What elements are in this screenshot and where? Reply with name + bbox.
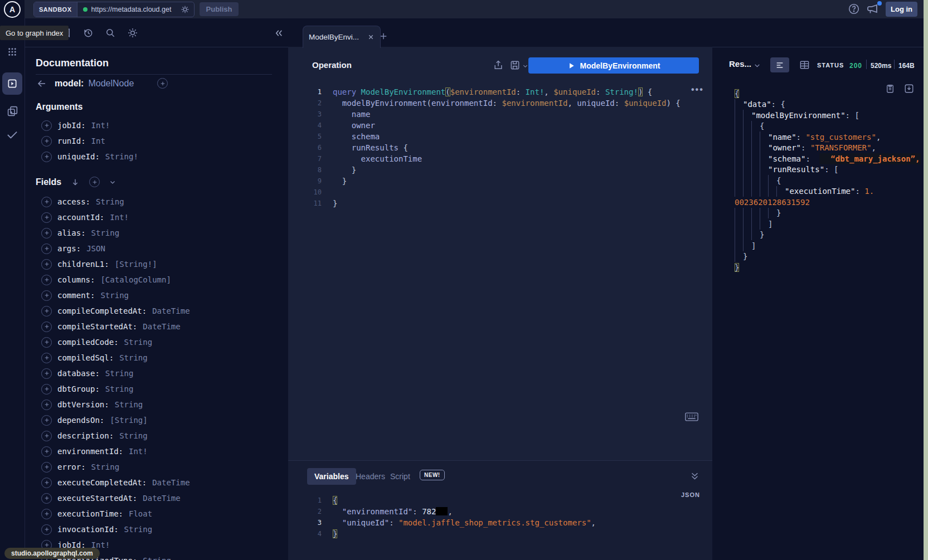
keyboard-shortcuts-icon[interactable] [685,412,698,421]
add-field-icon[interactable] [41,228,52,238]
add-field-icon[interactable] [41,197,52,207]
field-type[interactable]: Int! [91,121,110,130]
collapse-variables-icon[interactable] [690,471,699,481]
save-options-chevron-icon[interactable] [522,63,528,69]
explorer-settings-gear-icon[interactable] [127,27,138,38]
add-field-icon[interactable] [41,431,52,441]
tab-variables[interactable]: Variables [307,468,356,485]
publish-button[interactable]: Publish [200,2,239,16]
field-type[interactable]: Int! [110,213,129,222]
model-type-link[interactable]: ModelNode [88,79,134,89]
tab-headers[interactable]: Headers [356,472,385,481]
field-type[interactable]: String [115,400,143,409]
add-field-icon[interactable] [41,290,52,301]
response-view-raw-toggle[interactable] [770,57,789,72]
field-type[interactable]: String [100,291,129,300]
add-field-icon[interactable] [41,306,52,316]
add-field-icon[interactable] [41,120,52,131]
field-type[interactable]: String [105,369,134,378]
add-field-icon[interactable] [41,275,52,285]
code-content: executionTime [333,153,422,164]
save-operation-icon[interactable] [509,60,521,71]
field-type[interactable]: [String!] [115,260,157,269]
field-row: args:JSON [41,241,281,256]
search-icon[interactable] [105,27,116,38]
field-type[interactable]: [CatalogColumn] [100,275,171,284]
sort-fields-icon[interactable] [71,178,80,187]
field-type[interactable]: String [119,431,148,440]
field-type[interactable]: DateTime [143,494,180,503]
variables-code-editor[interactable]: 1{2 "environmentId": 782,3 "uniqueId": "… [288,495,701,539]
field-type[interactable]: Int! [129,447,148,456]
add-field-icon[interactable] [41,259,52,270]
field-type[interactable]: Int [91,137,105,145]
login-button[interactable]: Log in [886,2,917,17]
response-view-table-toggle[interactable] [799,60,810,70]
share-operation-icon[interactable] [493,60,504,71]
history-icon[interactable] [82,27,94,38]
add-field-icon[interactable] [41,244,52,254]
field-type[interactable]: DateTime [152,478,190,487]
add-field-icon[interactable] [41,384,52,395]
code-content: } [333,176,347,187]
add-field-icon[interactable] [41,353,52,363]
add-field-icon[interactable] [41,212,52,223]
add-field-icon[interactable] [41,136,52,147]
field-type[interactable]: String [124,525,153,534]
code-token: , [876,133,881,142]
sidebar-item-schema[interactable] [7,105,18,117]
add-field-icon[interactable] [41,509,52,519]
field-type[interactable]: String [91,228,120,237]
line-number: 6 [288,142,333,153]
endpoint-url-box[interactable]: SANDBOX https://metadata.cloud.get [33,2,195,17]
field-type[interactable]: String [124,338,153,347]
field-type[interactable]: String! [105,152,138,161]
add-all-fields-icon[interactable] [89,177,100,187]
sidebar-item-explorer[interactable] [2,72,22,95]
add-field-icon[interactable] [41,446,52,457]
add-field-icon[interactable] [41,368,52,379]
indent-guide [743,110,751,121]
close-tab-icon[interactable] [367,33,375,41]
add-field-icon[interactable] [41,337,52,348]
endpoint-url-input[interactable]: https://metadata.cloud.get [91,6,179,13]
operation-code-editor[interactable]: 1query ModelByEnvironment($environmentId… [288,86,701,209]
indent-guide [751,175,760,186]
page-scrollbar[interactable] [924,0,928,560]
response-json-viewer[interactable]: {"data": {"modelByEnvironment": [{"name"… [735,88,921,273]
help-icon[interactable] [848,3,860,15]
back-arrow-icon[interactable] [37,79,47,89]
add-field-icon[interactable] [41,400,52,410]
collapse-doc-panel-icon[interactable] [274,28,284,38]
add-field-icon[interactable] [41,478,52,488]
sidebar-item-checklist[interactable] [6,130,18,140]
tab-script[interactable]: Script [390,472,410,481]
field-type[interactable]: JSON [86,244,105,253]
code-line: 1{ [288,495,701,506]
run-operation-button[interactable]: ModelByEnvironment [528,57,699,74]
field-type[interactable]: String [119,353,148,362]
add-field-icon[interactable] [41,524,52,535]
endpoint-settings-gear-icon[interactable] [181,5,190,14]
add-field-icon[interactable] [41,322,52,332]
graph-index-icon[interactable] [7,47,17,57]
operation-tab[interactable]: ModelByEnvi... [303,26,381,48]
field-type[interactable]: DateTime [143,322,180,331]
add-field-icon[interactable] [41,462,52,473]
apollo-logo[interactable]: A [0,0,25,18]
field-type[interactable]: String [105,384,134,393]
add-field-icon[interactable] [41,493,52,504]
field-type[interactable]: String [143,556,171,560]
add-model-field-icon[interactable] [157,78,168,89]
add-field-icon[interactable] [41,152,52,162]
fields-options-chevron-icon[interactable] [109,179,116,186]
field-type[interactable]: [String] [110,416,147,425]
code-token: } [333,199,337,208]
response-options-chevron-icon[interactable] [754,62,761,69]
field-type[interactable]: String [91,462,120,471]
field-type[interactable]: String [96,197,124,206]
field-type[interactable]: DateTime [152,306,190,315]
field-type[interactable]: Float [129,509,152,518]
link-status-bar: studio.apollographql.com [4,548,100,559]
add-field-icon[interactable] [41,415,52,426]
